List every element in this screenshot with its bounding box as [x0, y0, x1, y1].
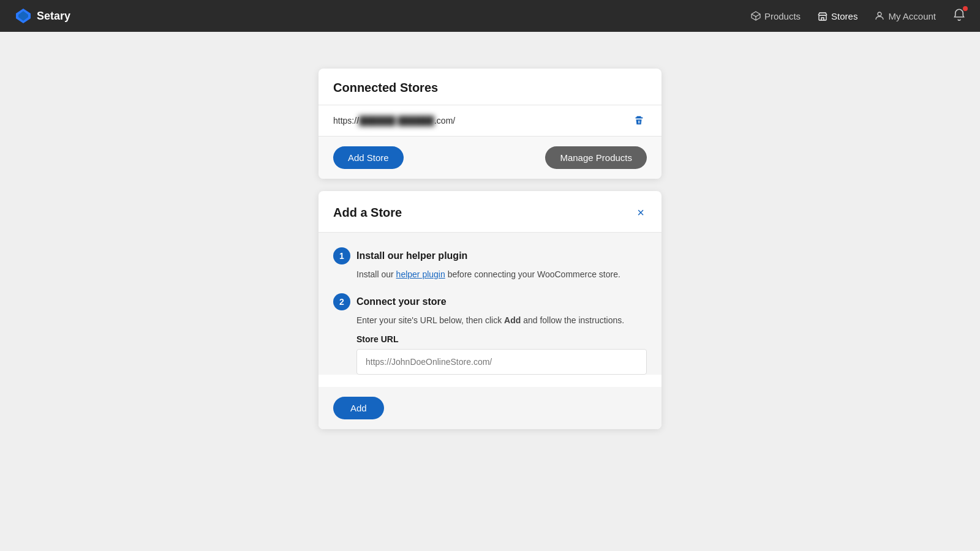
- nav-stores[interactable]: Stores: [818, 11, 858, 21]
- add-store-card: Add a Store × 1 Install our helper plugi…: [318, 191, 662, 429]
- step-2-description: Enter your site's URL below, then click …: [333, 314, 647, 327]
- account-icon: [875, 11, 884, 21]
- step-2-text-before: Enter your site's URL below, then click: [356, 315, 504, 325]
- add-store-button[interactable]: Add Store: [333, 146, 404, 169]
- connected-stores-footer: Add Store Manage Products: [318, 137, 662, 179]
- navbar-right: Products Stores My Account: [751, 9, 965, 23]
- step-1-badge: 1: [333, 247, 350, 264]
- step-2-bold: Add: [504, 315, 521, 325]
- step-1-text-before: Install our: [356, 269, 396, 279]
- step-2-badge: 2: [333, 293, 350, 310]
- connected-stores-header: Connected Stores: [318, 69, 662, 105]
- add-store-body: 1 Install our helper plugin Install our …: [318, 233, 662, 375]
- add-button[interactable]: Add: [333, 397, 384, 419]
- close-add-store-button[interactable]: ×: [635, 203, 647, 222]
- step-2-title: Connect your store: [356, 296, 447, 307]
- url-blurred-part: ██████ ██████: [359, 116, 434, 126]
- store-url-label: Store URL: [333, 334, 647, 344]
- step-1: 1 Install our helper plugin Install our …: [333, 247, 647, 281]
- cards-wrapper: Connected Stores https://██████ ██████.c…: [318, 69, 662, 429]
- add-store-bottom: Add: [318, 387, 662, 429]
- step-1-description: Install our helper plugin before connect…: [333, 268, 647, 281]
- nav-products[interactable]: Products: [751, 11, 801, 21]
- connected-stores-card: Connected Stores https://██████ ██████.c…: [318, 69, 662, 179]
- stores-icon: [818, 11, 827, 21]
- step-1-header: 1 Install our helper plugin: [333, 247, 647, 264]
- connected-stores-title: Connected Stores: [333, 81, 647, 95]
- helper-plugin-link[interactable]: helper plugin: [396, 269, 445, 279]
- add-store-header: Add a Store ×: [318, 191, 662, 233]
- store-url-input[interactable]: [356, 349, 647, 375]
- nav-my-account-label: My Account: [888, 11, 936, 21]
- nav-products-label: Products: [764, 11, 801, 21]
- store-url-display: https://██████ ██████.com/: [333, 116, 455, 126]
- delete-store-button[interactable]: [631, 113, 647, 129]
- step-1-text-after: before connecting your WooCommerce store…: [445, 269, 620, 279]
- navbar: Setary Products Stores: [0, 0, 980, 32]
- products-icon: [751, 11, 761, 21]
- notification-dot: [963, 6, 968, 11]
- nav-stores-label: Stores: [831, 11, 858, 21]
- svg-point-3: [878, 12, 881, 16]
- navbar-left: Setary: [15, 7, 70, 24]
- main-content: Connected Stores https://██████ ██████.c…: [0, 32, 980, 551]
- app-brand: Setary: [37, 10, 70, 23]
- add-store-title: Add a Store: [333, 206, 402, 220]
- step-2-header: 2 Connect your store: [333, 293, 647, 310]
- step-2: 2 Connect your store Enter your site's U…: [333, 293, 647, 375]
- nav-my-account[interactable]: My Account: [875, 11, 936, 21]
- logo-icon: [15, 7, 32, 24]
- notification-bell[interactable]: [953, 9, 965, 23]
- trash-icon: [633, 115, 644, 126]
- manage-products-button[interactable]: Manage Products: [545, 146, 647, 169]
- store-row: https://██████ ██████.com/: [318, 105, 662, 137]
- step-2-text-after: and follow the instructions.: [521, 315, 624, 325]
- step-1-title: Install our helper plugin: [356, 250, 467, 261]
